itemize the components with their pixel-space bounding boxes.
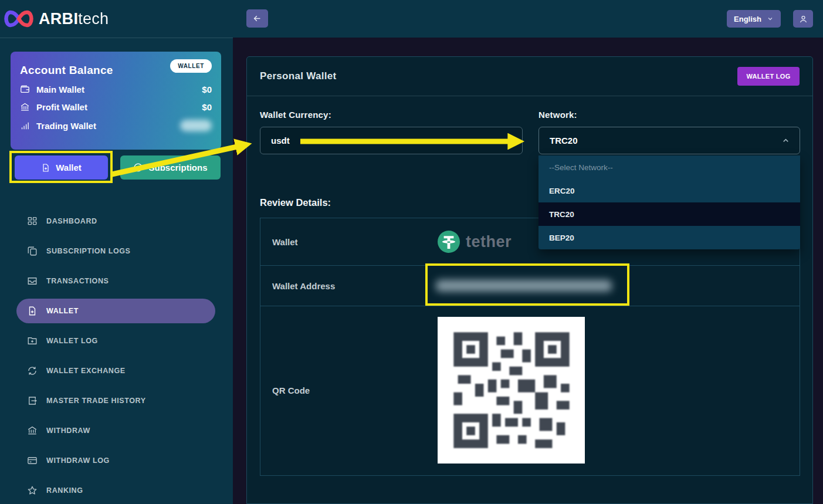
tether-coin-icon [438, 231, 460, 253]
blurred-qr-pattern [449, 328, 574, 452]
balance-row-profit-wallet: Profit Wallet $0 [20, 102, 212, 112]
user-menu-button[interactable] [793, 10, 813, 28]
export-icon [27, 395, 38, 406]
blurred-balance-value [180, 120, 212, 131]
personal-wallet-card: Personal Wallet WALLET LOG Wallet Curren… [246, 56, 813, 504]
exchange-icon [27, 366, 38, 376]
arrow-left-icon [252, 13, 262, 23]
chevron-up-icon [781, 136, 790, 145]
bank-icon [20, 102, 30, 112]
language-selector[interactable]: English [727, 10, 781, 28]
tether-logo: tether [438, 231, 512, 253]
arbitech-app: ARBItech Account Balance WALLET Main Wal… [0, 0, 823, 504]
infinity-logo-icon [4, 9, 34, 29]
inbox-icon [27, 276, 38, 286]
bank-icon [27, 425, 38, 436]
balance-row-label: Profit Wallet [36, 102, 87, 112]
network-select[interactable]: TRC20 [538, 127, 800, 154]
table-row-wallet-address: Wallet Address [260, 266, 800, 306]
file-plus-icon [41, 163, 50, 172]
sidebar: ARBItech Account Balance WALLET Main Wal… [0, 0, 233, 504]
network-option-erc20[interactable]: ERC20 [538, 179, 800, 202]
wallet-badge: WALLET [170, 59, 212, 73]
sidebar-item-dashboard[interactable]: DASHBOARD [0, 209, 233, 234]
balance-row-trading-wallet: Trading Wallet [20, 120, 212, 131]
network-dropdown: --Select Network-- ERC20 TRC20 BEP20 [538, 155, 800, 249]
balance-row-label: Main Wallet [36, 84, 84, 94]
network-label: Network: [538, 110, 577, 120]
wallet-currency-label: Wallet Currency: [260, 110, 331, 120]
balance-row-value: $0 [202, 102, 212, 112]
network-option-bep20[interactable]: BEP20 [538, 226, 800, 249]
page-title: Personal Wallet [260, 70, 336, 82]
credit-card-icon [27, 455, 38, 466]
folder-plus-icon [27, 336, 38, 346]
balance-row-label: Trading Wallet [36, 121, 96, 131]
subscriptions-button[interactable]: Subscriptions [120, 155, 221, 180]
file-plus-icon [27, 306, 38, 316]
bar-chart-icon [20, 121, 30, 131]
logo-wordmark: ARBItech [39, 10, 109, 28]
balance-row-value: $0 [202, 84, 212, 94]
sidebar-item-withdraw-log[interactable]: WITHDRAW LOG [0, 448, 233, 473]
sidebar-item-wallet-log[interactable]: WALLET LOG [0, 329, 233, 353]
account-balance-card: Account Balance WALLET Main Wallet $0 Pr… [11, 52, 221, 150]
tether-wordmark: tether [466, 233, 512, 251]
row-label: Wallet Address [260, 266, 426, 306]
wallet-icon [20, 84, 30, 94]
wallet-currency-input[interactable] [260, 127, 523, 154]
gauge-icon [133, 163, 143, 172]
sidebar-item-transactions[interactable]: TRANSACTIONS [0, 269, 233, 293]
sidebar-item-withdraw[interactable]: WITHDRAW [0, 418, 233, 443]
wallet-button[interactable]: Wallet [15, 155, 108, 180]
topbar: English [233, 0, 823, 38]
network-selected-value: TRC20 [550, 136, 578, 146]
user-icon [799, 15, 808, 23]
copy-icon [27, 246, 38, 256]
sidebar-item-subscription-logs[interactable]: SUBSCRIPTION LOGS [0, 239, 233, 263]
network-option-placeholder[interactable]: --Select Network-- [538, 155, 800, 179]
blurred-wallet-address [436, 280, 612, 292]
chevron-down-icon [767, 15, 774, 22]
row-label: QR Code [260, 306, 426, 475]
back-button[interactable] [246, 9, 268, 28]
sidebar-item-wallet-exchange[interactable]: WALLET EXCHANGE [0, 358, 233, 383]
star-icon [27, 485, 38, 496]
network-option-trc20[interactable]: TRC20 [538, 202, 800, 226]
card-header: Personal Wallet WALLET LOG [247, 57, 812, 96]
balance-row-main-wallet: Main Wallet $0 [20, 84, 212, 94]
dashboard-icon [27, 216, 38, 226]
wallet-log-button[interactable]: WALLET LOG [737, 67, 800, 86]
review-details-table: Wallet tether Wallet Address [260, 218, 800, 476]
sidebar-nav: DASHBOARD SUBSCRIPTION LOGS TRANSACTIONS… [0, 209, 233, 504]
review-details-title: Review Details: [260, 197, 331, 208]
table-row-qr-code: QR Code [260, 306, 800, 475]
app-logo: ARBItech [0, 0, 233, 38]
sidebar-item-master-trade-history[interactable]: MASTER TRADE HISTORY [0, 388, 233, 413]
balance-title: Account Balance [20, 64, 113, 77]
qr-code-image [438, 317, 585, 464]
row-label: Wallet [260, 218, 426, 265]
sidebar-item-ranking[interactable]: RANKING [0, 478, 233, 503]
sidebar-item-wallet[interactable]: WALLET [16, 299, 215, 323]
